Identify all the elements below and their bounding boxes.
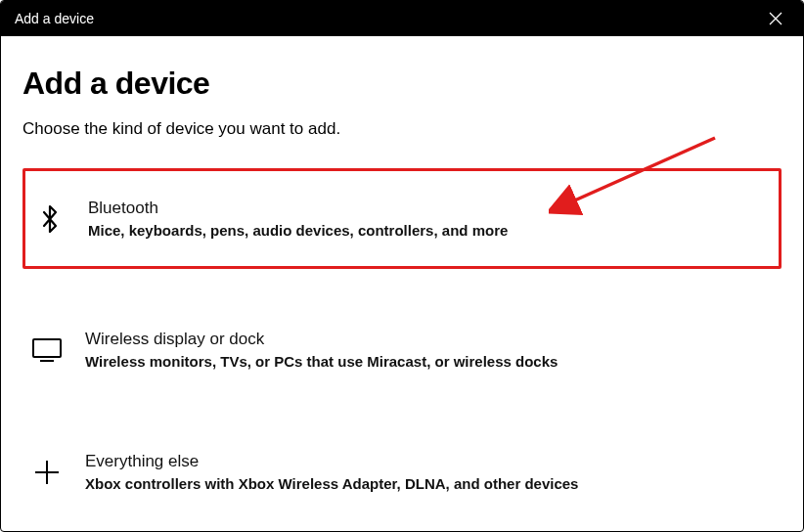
option-description: Xbox controllers with Xbox Wireless Adap… — [85, 475, 770, 492]
option-description: Mice, keyboards, pens, audio devices, co… — [88, 222, 767, 239]
option-title: Everything else — [85, 452, 770, 471]
option-title: Wireless display or dock — [85, 330, 770, 349]
option-text: Wireless display or dock Wireless monito… — [85, 330, 770, 370]
bluetooth-icon — [33, 202, 67, 236]
content-area: Add a device Choose the kind of device y… — [1, 36, 803, 513]
option-text: Bluetooth Mice, keyboards, pens, audio d… — [88, 199, 767, 239]
option-description: Wireless monitors, TVs, or PCs that use … — [85, 353, 770, 370]
window-title: Add a device — [15, 11, 94, 26]
page-title: Add a device — [22, 66, 782, 102]
close-icon — [769, 12, 782, 25]
option-bluetooth[interactable]: Bluetooth Mice, keyboards, pens, audio d… — [22, 168, 782, 269]
option-title: Bluetooth — [88, 199, 767, 218]
option-text: Everything else Xbox controllers with Xb… — [85, 452, 770, 492]
close-button[interactable] — [760, 3, 791, 34]
svg-rect-2 — [33, 339, 61, 357]
plus-icon — [30, 456, 64, 489]
option-wireless-display[interactable]: Wireless display or dock Wireless monito… — [22, 308, 782, 391]
monitor-icon — [30, 333, 64, 367]
device-options-list: Bluetooth Mice, keyboards, pens, audio d… — [22, 168, 782, 513]
titlebar: Add a device — [1, 1, 803, 36]
option-everything-else[interactable]: Everything else Xbox controllers with Xb… — [22, 430, 782, 513]
page-subtitle: Choose the kind of device you want to ad… — [22, 119, 782, 139]
